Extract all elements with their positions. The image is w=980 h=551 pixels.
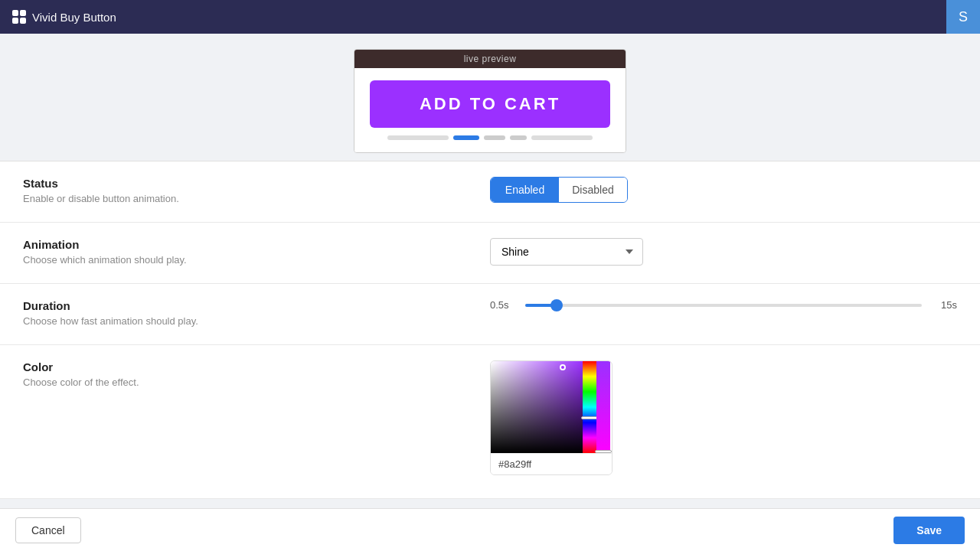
settings-area: Status Enable or disable button animatio… xyxy=(0,161,980,499)
avatar-icon: S xyxy=(959,9,968,25)
preview-dot-3 xyxy=(510,135,527,140)
top-nav: Vivid Buy Button S xyxy=(0,0,980,34)
duration-row: Duration Choose how fast animation shoul… xyxy=(0,284,980,345)
duration-description: Choose how fast animation should play. xyxy=(23,315,490,327)
color-control-col xyxy=(490,360,957,475)
color-label: Color xyxy=(23,360,490,373)
preview-card: live preview ADD TO CART xyxy=(354,49,626,153)
duration-control-col: 0.5s 15s xyxy=(490,299,957,311)
cancel-button[interactable]: Cancel xyxy=(15,517,81,543)
status-label-col: Status Enable or disable button animatio… xyxy=(23,177,490,204)
preview-line-left xyxy=(387,135,449,140)
duration-control: 0.5s 15s xyxy=(490,299,957,311)
duration-label: Duration xyxy=(23,299,490,312)
disabled-button[interactable]: Disabled xyxy=(559,178,627,202)
color-hue-strip[interactable] xyxy=(583,361,596,453)
preview-dot-active xyxy=(453,135,479,140)
color-picker[interactable] xyxy=(490,360,612,475)
preview-section: live preview ADD TO CART xyxy=(0,34,980,161)
duration-slider-thumb[interactable] xyxy=(550,299,563,311)
app-logo: Vivid Buy Button xyxy=(12,10,116,24)
color-hue-thumb xyxy=(581,416,598,419)
status-label: Status xyxy=(23,177,490,190)
color-alpha-thumb xyxy=(595,450,612,453)
animation-label: Animation xyxy=(23,238,490,251)
animation-row: Animation Choose which animation should … xyxy=(0,223,980,284)
app-title: Vivid Buy Button xyxy=(32,11,116,24)
status-toggle[interactable]: Enabled Disabled xyxy=(490,177,628,203)
duration-label-col: Duration Choose how fast animation shoul… xyxy=(23,299,490,327)
preview-header: live preview xyxy=(354,50,626,68)
animation-label-col: Animation Choose which animation should … xyxy=(23,238,490,266)
preview-line-right xyxy=(531,135,593,140)
color-description: Choose color of the effect. xyxy=(23,377,490,388)
duration-max-label: 15s xyxy=(934,299,957,311)
preview-add-to-cart-button[interactable]: ADD TO CART xyxy=(370,80,610,128)
duration-min-label: 0.5s xyxy=(490,299,513,311)
color-picker-top xyxy=(491,361,612,453)
save-button[interactable]: Save xyxy=(893,517,965,544)
preview-dot-2 xyxy=(484,135,505,140)
color-row: Color Choose color of the effect. xyxy=(0,345,980,499)
footer: Cancel Save xyxy=(0,508,980,551)
duration-slider-track[interactable] xyxy=(525,304,922,307)
status-row: Status Enable or disable button animatio… xyxy=(0,161,980,223)
animation-description: Choose which animation should play. xyxy=(23,254,490,266)
color-hex-input[interactable] xyxy=(491,453,612,474)
user-avatar[interactable]: S xyxy=(946,0,980,34)
color-label-col: Color Choose color of the effect. xyxy=(23,360,490,388)
animation-select[interactable]: Shine Pulse Bounce Fade xyxy=(490,238,643,266)
enabled-button[interactable]: Enabled xyxy=(491,178,559,202)
color-alpha-strip[interactable] xyxy=(596,361,610,453)
color-gradient-thumb[interactable] xyxy=(560,364,566,370)
logo-icon xyxy=(12,10,26,24)
animation-control-col: Shine Pulse Bounce Fade xyxy=(490,238,957,266)
preview-dots xyxy=(387,135,593,140)
status-description: Enable or disable button animation. xyxy=(23,193,490,204)
preview-body: ADD TO CART xyxy=(354,68,626,152)
status-control-col: Enabled Disabled xyxy=(490,177,957,203)
color-gradient-area[interactable] xyxy=(491,361,583,453)
